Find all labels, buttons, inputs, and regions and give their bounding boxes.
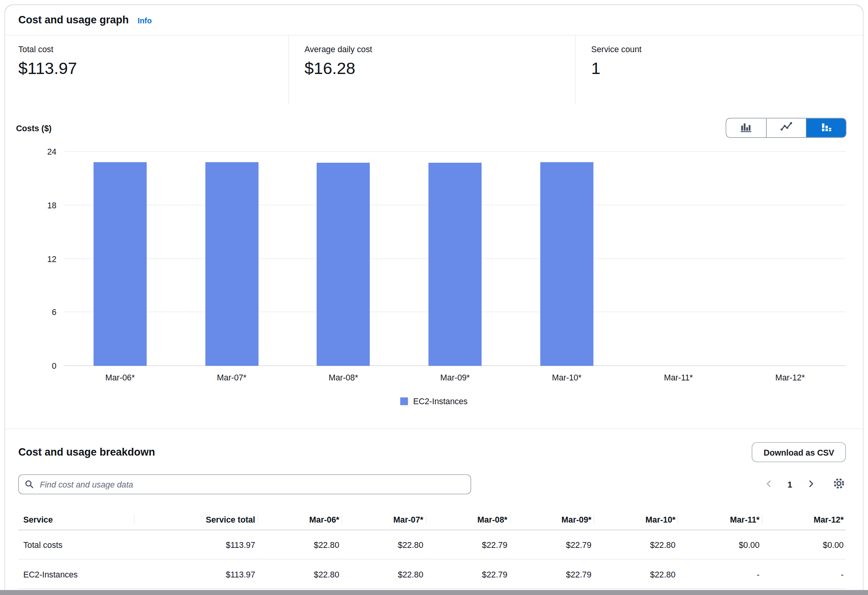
bar-slot xyxy=(176,151,288,366)
bar-slot xyxy=(288,151,399,366)
info-link[interactable]: Info xyxy=(138,16,152,25)
bar-chart-plot-area: 06121824 xyxy=(64,151,846,366)
breakdown-toolbar: 1 xyxy=(18,474,846,494)
column-header: Mar-12* xyxy=(762,509,846,530)
column-header: Mar-06* xyxy=(258,509,342,530)
y-tick-label: 24 xyxy=(47,147,56,156)
previous-page-button[interactable] xyxy=(763,478,774,491)
stat-label: Service count xyxy=(591,44,850,55)
stacked-bar-chart-icon xyxy=(820,120,833,135)
breakdown-header: Cost and usage breakdown Download as CSV xyxy=(18,442,846,462)
cost-breakdown-table: ServiceService totalMar-06*Mar-07*Mar-08… xyxy=(18,509,846,589)
value-cell: $22.80 xyxy=(594,530,678,559)
x-tick-label: Mar-12* xyxy=(734,373,846,382)
horizontal-scrollbar[interactable] xyxy=(0,590,868,595)
column-header: Mar-08* xyxy=(425,509,510,530)
chart-type-toggle xyxy=(726,118,847,138)
bar-mar-06[interactable] xyxy=(94,162,146,366)
download-csv-button[interactable]: Download as CSV xyxy=(752,442,846,462)
cost-chart-section: Costs ($) xyxy=(5,104,863,429)
y-tick-label: 12 xyxy=(47,254,56,263)
column-header: Mar-10* xyxy=(594,509,678,530)
stat-value: $113.97 xyxy=(18,56,288,81)
x-axis-labels: Mar-06*Mar-07*Mar-08*Mar-09*Mar-10*Mar-1… xyxy=(64,373,846,382)
stacked-bar-chart-button[interactable] xyxy=(806,118,846,137)
card-header: Cost and usage graph Info xyxy=(5,5,863,35)
stat-value: 1 xyxy=(591,56,850,81)
x-tick-label: Mar-11* xyxy=(623,373,734,382)
bar-mar-07[interactable] xyxy=(205,162,258,366)
stat-label: Total cost xyxy=(18,44,288,55)
bar-slot xyxy=(734,151,846,366)
settings-button[interactable] xyxy=(832,477,846,492)
y-tick-label: 6 xyxy=(52,308,56,317)
legend-label[interactable]: EC2-Instances xyxy=(413,396,468,406)
chart-legend: EC2-Instances xyxy=(5,396,863,406)
column-header: Mar-11* xyxy=(677,509,762,530)
bar-slot xyxy=(64,151,176,366)
value-cell: $22.79 xyxy=(425,530,510,559)
value-cell: - xyxy=(762,559,846,588)
table-row: EC2-Instances$113.97$22.80$22.80$22.79$2… xyxy=(18,559,846,588)
cost-usage-breakdown-section: Cost and usage breakdown Download as CSV xyxy=(5,429,863,589)
next-page-icon xyxy=(806,479,815,489)
column-header: Service xyxy=(18,509,134,530)
x-tick-label: Mar-06* xyxy=(64,373,176,382)
stat-value: $16.28 xyxy=(304,56,575,81)
stat-service-count: Service count 1 xyxy=(575,35,850,104)
value-cell: $22.79 xyxy=(510,530,594,559)
value-cell: $22.80 xyxy=(258,559,342,588)
column-header: Mar-07* xyxy=(341,509,425,530)
y-tick-label: 0 xyxy=(52,361,56,370)
x-tick-label: Mar-08* xyxy=(288,373,399,382)
bars xyxy=(64,151,846,366)
pagination: 1 xyxy=(763,477,846,492)
x-tick-label: Mar-07* xyxy=(176,373,288,382)
value-cell: $22.80 xyxy=(341,559,425,588)
y-tick-label: 18 xyxy=(47,201,56,210)
x-tick-label: Mar-09* xyxy=(399,373,511,382)
value-cell: $22.79 xyxy=(510,559,594,588)
value-cell: $22.80 xyxy=(341,530,425,559)
next-page-button[interactable] xyxy=(805,478,816,491)
table-header-row: ServiceService totalMar-06*Mar-07*Mar-08… xyxy=(18,509,846,530)
bar-slot xyxy=(511,151,623,366)
table-row: Total costs$113.97$22.80$22.80$22.79$22.… xyxy=(18,530,846,559)
page-number-button[interactable]: 1 xyxy=(785,479,794,490)
value-cell: - xyxy=(677,559,762,588)
y-axis-labels: 06121824 xyxy=(8,151,56,366)
service-cell: Total costs xyxy=(18,530,134,559)
column-header: Service total xyxy=(134,509,258,530)
bar-mar-10[interactable] xyxy=(540,162,593,366)
bar-mar-08[interactable] xyxy=(317,162,370,366)
summary-stats: Total cost $113.97 Average daily cost $1… xyxy=(5,35,863,104)
value-cell: $113.97 xyxy=(134,559,258,588)
page-title: Cost and usage graph xyxy=(18,14,129,26)
legend-swatch xyxy=(400,397,408,405)
cost-usage-card: Cost and usage graph Info Total cost $11… xyxy=(4,4,863,595)
settings-gear-icon xyxy=(833,478,845,491)
y-axis-title: Costs ($) xyxy=(16,123,51,132)
stat-average-daily-cost: Average daily cost $16.28 xyxy=(288,35,575,104)
breakdown-title: Cost and usage breakdown xyxy=(18,446,155,458)
value-cell: $0.00 xyxy=(677,530,762,559)
stat-label: Average daily cost xyxy=(304,44,575,55)
bar-slot xyxy=(623,151,734,366)
search-box xyxy=(18,474,471,494)
service-cell: EC2-Instances xyxy=(18,559,134,588)
grouped-bar-chart-icon xyxy=(739,120,753,135)
chart-header: Costs ($) xyxy=(5,118,863,137)
bar-slot xyxy=(399,151,511,366)
value-cell: $22.80 xyxy=(594,559,678,588)
line-chart-icon xyxy=(780,120,793,135)
value-cell: $22.80 xyxy=(258,530,342,559)
stat-total-cost: Total cost $113.97 xyxy=(18,35,288,104)
bar-mar-09[interactable] xyxy=(429,162,482,366)
value-cell: $113.97 xyxy=(134,530,258,559)
line-chart-button[interactable] xyxy=(766,118,806,137)
grouped-bar-chart-button[interactable] xyxy=(726,118,766,137)
search-input[interactable] xyxy=(18,474,471,494)
column-header: Mar-09* xyxy=(510,509,594,530)
value-cell: $22.79 xyxy=(425,559,510,588)
x-tick-label: Mar-10* xyxy=(511,373,623,382)
